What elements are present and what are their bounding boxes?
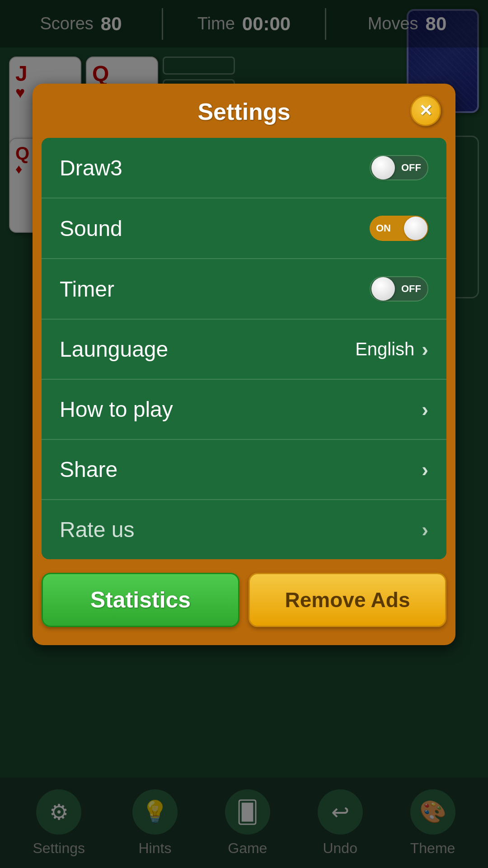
language-right: English › — [355, 338, 428, 361]
settings-item-share[interactable]: Share › — [42, 440, 446, 500]
how-to-play-right: › — [422, 398, 428, 421]
rate-us-label: Rate us — [60, 517, 134, 542]
timer-label: Timer — [60, 277, 114, 302]
timer-right: OFF — [370, 276, 428, 302]
sound-label: Sound — [60, 216, 122, 241]
settings-item-timer[interactable]: Timer OFF — [42, 259, 446, 320]
language-value: English — [355, 339, 414, 359]
rate-us-chevron: › — [422, 519, 428, 541]
share-right: › — [422, 458, 428, 481]
statistics-label: Statistics — [90, 587, 191, 613]
statistics-button[interactable]: Statistics — [42, 573, 239, 627]
how-to-play-label: How to play — [60, 397, 173, 422]
language-chevron: › — [422, 338, 428, 361]
settings-header: Settings ✕ — [33, 84, 455, 138]
sound-knob — [404, 217, 427, 240]
share-chevron: › — [422, 458, 428, 481]
settings-item-language[interactable]: Launguage English › — [42, 320, 446, 380]
rate-us-right: › — [422, 519, 428, 541]
draw3-right: OFF — [370, 155, 428, 180]
settings-content: Draw3 OFF Sound ON Timer — [42, 138, 446, 559]
settings-item-sound[interactable]: Sound ON — [42, 198, 446, 259]
sound-right: ON — [370, 216, 428, 241]
settings-dialog: Settings ✕ Draw3 OFF Sound ON — [33, 84, 455, 645]
remove-ads-label: Remove Ads — [285, 588, 410, 612]
close-button[interactable]: ✕ — [410, 95, 441, 126]
settings-item-draw3[interactable]: Draw3 OFF — [42, 138, 446, 198]
share-label: Share — [60, 457, 117, 482]
draw3-label: Draw3 — [60, 156, 122, 180]
settings-item-rate-us[interactable]: Rate us › — [42, 500, 446, 559]
close-icon: ✕ — [419, 103, 432, 119]
sound-toggle-label: ON — [376, 222, 391, 234]
draw3-toggle-label: OFF — [401, 162, 421, 174]
language-label: Launguage — [60, 337, 168, 362]
draw3-knob — [371, 156, 395, 179]
timer-toggle[interactable]: OFF — [370, 276, 428, 302]
timer-knob — [371, 277, 395, 301]
settings-item-how-to-play[interactable]: How to play › — [42, 380, 446, 440]
settings-buttons: Statistics Remove Ads — [33, 559, 455, 632]
timer-toggle-label: OFF — [401, 283, 421, 295]
draw3-toggle[interactable]: OFF — [370, 155, 428, 180]
settings-title: Settings — [197, 98, 290, 125]
remove-ads-button[interactable]: Remove Ads — [249, 573, 446, 627]
how-to-play-chevron: › — [422, 398, 428, 421]
sound-toggle[interactable]: ON — [370, 216, 428, 241]
